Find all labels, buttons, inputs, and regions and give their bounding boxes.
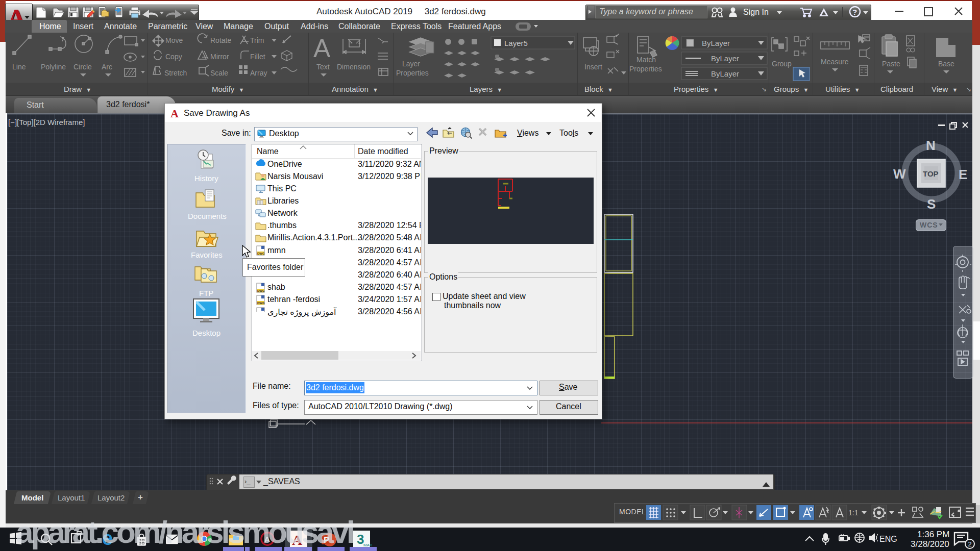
svg-text:A: A — [313, 34, 331, 63]
svg-text:Layer: Layer — [402, 60, 420, 68]
svg-text:?: ? — [852, 8, 857, 16]
svg-text:W: W — [893, 166, 906, 182]
svg-text:Stretch: Stretch — [164, 69, 187, 77]
svg-text:Group: Group — [772, 60, 792, 68]
svg-text:Copy: Copy — [165, 53, 182, 61]
svg-text:DWG: DWG — [257, 252, 265, 255]
svg-text:Scale: Scale — [210, 69, 228, 77]
svg-text:Circle: Circle — [74, 63, 92, 71]
svg-text:N: N — [926, 138, 936, 153]
svg-text:DWG: DWG — [257, 289, 265, 292]
svg-text:Move: Move — [165, 36, 183, 44]
svg-text:Text: Text — [316, 63, 330, 71]
svg-text:1:1: 1:1 — [848, 509, 859, 517]
svg-text:Arc: Arc — [102, 63, 112, 71]
svg-text:Trim: Trim — [250, 36, 264, 44]
svg-text:TOP: TOP — [923, 169, 939, 178]
svg-text:ByLayer: ByLayer — [702, 39, 730, 47]
svg-text:Polyline: Polyline — [41, 63, 66, 71]
svg-text:Match: Match — [636, 56, 656, 64]
svg-text:Mirror: Mirror — [210, 53, 229, 61]
svg-text:Sign In: Sign In — [743, 8, 769, 16]
svg-text:Properties: Properties — [629, 65, 662, 73]
svg-text:E: E — [959, 167, 967, 182]
svg-text:Line: Line — [12, 63, 26, 71]
svg-text:DWG: DWG — [257, 302, 265, 305]
svg-text:Array: Array — [250, 69, 267, 77]
svg-text:Rotate: Rotate — [210, 36, 231, 44]
svg-text:Properties: Properties — [396, 69, 429, 77]
svg-text:Fillet: Fillet — [250, 53, 265, 61]
svg-text:Layer5: Layer5 — [504, 39, 528, 47]
svg-text:ByLayer: ByLayer — [711, 69, 739, 78]
svg-text:ByLayer: ByLayer — [711, 54, 739, 63]
svg-text:Dimension: Dimension — [337, 63, 371, 71]
svg-text:2: 2 — [968, 540, 972, 548]
svg-text:Base: Base — [938, 60, 954, 68]
svg-text:Paste: Paste — [882, 60, 900, 68]
svg-text:Insert: Insert — [584, 63, 602, 71]
svg-text:Measure: Measure — [821, 58, 849, 66]
